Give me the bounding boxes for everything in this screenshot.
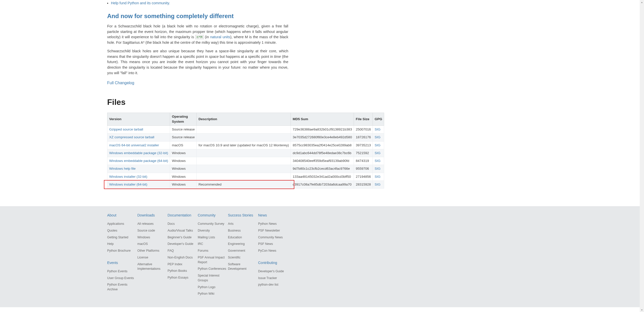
footer-link[interactable]: Issue Tracker — [258, 275, 288, 282]
footer-link[interactable]: python-dev list — [258, 281, 288, 288]
footer-link[interactable]: License — [137, 254, 168, 261]
file-size: 18726176 — [354, 133, 373, 141]
footer-heading[interactable]: Downloads — [137, 213, 168, 218]
file-desc: Recommended — [196, 181, 291, 188]
footer-link[interactable]: Alternative Implementations — [137, 261, 168, 273]
file-sig-link[interactable]: SIG — [375, 127, 380, 131]
footer-link[interactable]: macOS — [137, 241, 168, 247]
footer-link[interactable]: Diversity — [198, 227, 228, 234]
footer-link[interactable]: User Group Events — [107, 275, 137, 282]
file-sig-link[interactable]: SIG — [375, 143, 380, 147]
col-md5: MD5 Sum — [291, 113, 354, 126]
footer-link[interactable]: All releases — [137, 220, 168, 227]
fund-link[interactable]: Help fund Python and its community. — [111, 1, 170, 5]
footer-link[interactable]: Python Events Archive — [107, 281, 137, 293]
file-version-link[interactable]: Windows embeddable package (64-bit) — [109, 159, 168, 163]
table-row: Windows installer (64-bit)WindowsRecomme… — [107, 181, 384, 188]
file-size: 39735213 — [354, 141, 373, 149]
footer-link[interactable]: Python Essays — [168, 274, 198, 281]
file-desc — [196, 133, 291, 141]
p2-text-b: but happens at a specific point in — [219, 55, 274, 59]
footer-heading[interactable]: Events — [107, 260, 137, 265]
footer-link[interactable]: Python Books — [168, 268, 198, 274]
footer-link[interactable]: Business — [228, 227, 258, 234]
footer-link[interactable]: Special Interest Groups — [198, 272, 228, 284]
footer-link[interactable]: Other Platforms — [137, 247, 168, 254]
footer-link[interactable]: Windows — [137, 234, 168, 241]
footer-link[interactable]: Python Wiki — [198, 290, 228, 297]
footer-link[interactable]: Beginner's Guide — [168, 234, 198, 241]
file-version-link[interactable]: macOS 64-bit universal2 installer — [109, 143, 159, 147]
footer-link[interactable]: Non-English Docs — [168, 254, 198, 261]
file-version-link[interactable]: Windows embeddable package (32-bit) — [109, 151, 168, 155]
footer-link[interactable]: Python News — [258, 220, 288, 227]
footer-link[interactable]: Applications — [107, 220, 137, 227]
footer-link[interactable]: Quotes — [107, 227, 137, 234]
natural-units-link[interactable]: natural units — [210, 35, 230, 39]
file-sig-link[interactable]: SIG — [375, 151, 380, 155]
file-version-link[interactable]: XZ compressed source tarball — [109, 135, 154, 139]
footer-link[interactable]: Education — [228, 234, 258, 241]
footer-heading[interactable]: Contributing — [258, 260, 288, 265]
footer-heading[interactable]: About — [107, 213, 137, 218]
scroll-down-icon[interactable]: ▾ — [640, 308, 644, 312]
footer-link[interactable]: Python Brochure — [107, 247, 137, 254]
file-sig-link[interactable]: SIG — [375, 183, 380, 186]
footer-link[interactable]: Getting Started — [107, 234, 137, 241]
footer: AboutApplicationsQuotesGetting StartedHe… — [0, 206, 644, 307]
file-size: 25007016 — [354, 126, 373, 133]
footer-link[interactable]: FAQ — [168, 247, 198, 254]
footer-link[interactable]: Docs — [168, 220, 198, 227]
file-version-link[interactable]: Gzipped source tarball — [109, 127, 143, 131]
footer-link[interactable]: Python Events — [107, 268, 137, 275]
file-version-link[interactable]: Windows installer (64-bit) — [109, 183, 147, 186]
footer-link[interactable]: Software Development — [228, 261, 258, 273]
file-os: Source release — [170, 133, 197, 141]
footer-link[interactable]: Developer's Guide — [258, 268, 288, 275]
footer-link[interactable]: Engineering — [228, 241, 258, 247]
footer-link[interactable]: Forums — [198, 247, 228, 254]
file-sig-link[interactable]: SIG — [375, 167, 380, 170]
file-sig-link[interactable]: SIG — [375, 159, 380, 163]
footer-link[interactable]: Source code — [137, 227, 168, 234]
file-os: Windows — [170, 173, 197, 181]
col-gpg: GPG — [373, 113, 384, 126]
footer-link[interactable]: PEP Index — [168, 261, 198, 268]
footer-link[interactable]: IRC — [198, 241, 228, 247]
footer-link[interactable]: Arts — [228, 220, 258, 227]
file-md5: 133aa48145032e341ad2a000cd3bff50 — [291, 173, 354, 181]
footer-link[interactable]: Help — [107, 241, 137, 247]
footer-link[interactable]: PSF Newsletter — [258, 227, 288, 234]
footer-link[interactable]: Python Logo — [198, 284, 228, 291]
full-changelog-link[interactable]: Full Changelog — [107, 81, 134, 85]
footer-link[interactable]: Government — [228, 247, 258, 254]
footer-link[interactable]: Audio/Visual Talks — [168, 227, 198, 234]
table-row: Windows embeddable package (32-bit)Windo… — [107, 149, 384, 157]
file-md5: 8575cc983035ea2f0414e25ce0289ab8 — [291, 141, 354, 149]
file-size: 9559706 — [354, 165, 373, 173]
file-desc — [196, 173, 291, 181]
footer-heading[interactable]: Success Stories — [228, 213, 258, 218]
footer-link[interactable]: PSF News — [258, 241, 288, 247]
footer-heading[interactable]: Documentation — [168, 213, 198, 218]
footer-link[interactable]: Python Conferences — [198, 265, 228, 272]
file-os: Windows — [170, 181, 197, 188]
footer-heading[interactable]: News — [258, 213, 288, 218]
footer-col: DocumentationDocsAudio/Visual TalksBegin… — [168, 211, 198, 297]
footer-link[interactable]: Community Survey — [198, 220, 228, 227]
p1-text-b: (in — [204, 35, 210, 39]
footer-link[interactable]: PSF Annual Impact Report — [198, 254, 228, 266]
scroll-up-icon[interactable]: ▴ — [640, 0, 644, 4]
footer-link[interactable]: PyCon News — [258, 247, 288, 254]
file-sig-link[interactable]: SIG — [375, 135, 380, 139]
footer-link[interactable]: Community News — [258, 234, 288, 241]
file-version-link[interactable]: Windows installer (32-bit) — [109, 175, 147, 179]
file-size: 27194856 — [354, 173, 373, 181]
file-sig-link[interactable]: SIG — [375, 175, 380, 179]
footer-link[interactable]: Mailing Lists — [198, 234, 228, 241]
footer-heading[interactable]: Community — [198, 213, 228, 218]
file-version-link[interactable]: Windows help file — [109, 167, 136, 170]
scrollbar[interactable]: ▴ ▾ — [640, 0, 644, 312]
footer-link[interactable]: Scientific — [228, 254, 258, 261]
footer-link[interactable]: Developer's Guide — [168, 241, 198, 247]
